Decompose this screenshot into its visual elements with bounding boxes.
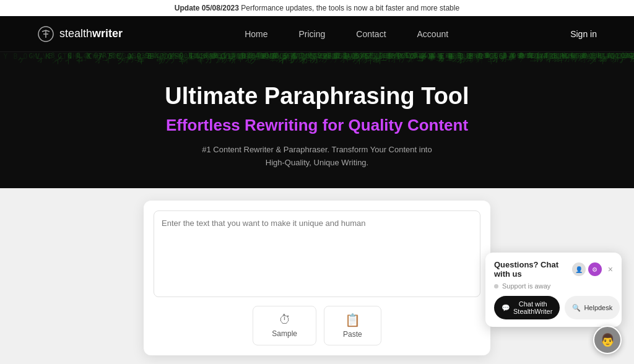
paste-icon: 📋 (345, 313, 360, 327)
chat-header: Questions? Chat with us 👤 ⚙ × (494, 260, 613, 279)
helpdesk-icon: 🔍 (572, 304, 581, 312)
chat-with-stealth-button[interactable]: 💬 Chat with StealthWriter (494, 296, 560, 319)
hero-desc-line2: High-Quality, Unique Writing. (266, 158, 368, 167)
helpdesk-label: Helpdesk (584, 304, 612, 311)
helpdesk-button[interactable]: 🔍 Helpdesk (565, 296, 620, 319)
sample-button[interactable]: ⏱ Sample (253, 306, 316, 345)
nav-pricing[interactable]: Pricing (298, 29, 325, 39)
hero-description: #1 Content Rewriter & Paraphraser. Trans… (202, 144, 432, 170)
nav-contact[interactable]: Contact (356, 29, 386, 39)
hero-section: 9 0 N H F 7 V P 4 X C オ M N K W N B 2 P … (0, 52, 634, 188)
hero-desc-line1: #1 Content Rewriter & Paraphraser. Trans… (202, 145, 432, 154)
paste-button[interactable]: 📋 Paste (324, 306, 381, 345)
chat-btn-label: Chat with StealthWriter (513, 300, 552, 315)
chat-widget: Questions? Chat with us 👤 ⚙ × Support is… (485, 253, 622, 327)
sample-icon: ⏱ (279, 313, 291, 327)
nav-account[interactable]: Account (417, 29, 449, 39)
hero-subtitle: Effortless Rewriting for Quality Content (166, 116, 468, 135)
announcement-bold: Update 05/08/2023 (175, 4, 239, 12)
logo-icon (37, 25, 54, 43)
navbar: stealthwriter Home Pricing Contact Accou… (0, 16, 634, 52)
chat-title: Questions? Chat with us (494, 260, 571, 279)
floating-avatar[interactable]: 👨 (593, 326, 622, 354)
chat-status-text: Support is away (502, 282, 550, 290)
chat-icon: 💬 (502, 304, 510, 312)
logo-light: stealth (59, 27, 92, 40)
nav-links: Home Pricing Contact Account (245, 29, 448, 39)
announcement-text: Performance updates, the tools is now a … (241, 4, 459, 12)
chat-avatar-2: ⚙ (587, 261, 603, 277)
paste-label: Paste (343, 330, 362, 339)
chat-avatar-group: 👤 ⚙ (571, 261, 603, 277)
chat-avatar-1: 👤 (571, 261, 587, 277)
signin-button[interactable]: Sign in (570, 29, 597, 39)
chat-status: Support is away (494, 282, 613, 290)
logo-text: stealthwriter (59, 27, 123, 40)
logo-bold: writer (92, 27, 123, 40)
hero-title: Ultimate Paraphrasing Tool (165, 83, 469, 110)
tool-card: ⏱ Sample 📋 Paste (144, 201, 490, 355)
text-input[interactable] (154, 210, 480, 297)
nav-home[interactable]: Home (245, 29, 267, 39)
logo-area: stealthwriter (37, 25, 123, 43)
announcement-bar: Update 05/08/2023 Performance updates, t… (0, 0, 634, 16)
action-buttons: ⏱ Sample 📋 Paste (154, 306, 480, 345)
chat-action-buttons: 💬 Chat with StealthWriter 🔍 Helpdesk (494, 296, 613, 319)
chat-close-button[interactable]: × (608, 264, 613, 274)
sample-label: Sample (272, 329, 297, 338)
